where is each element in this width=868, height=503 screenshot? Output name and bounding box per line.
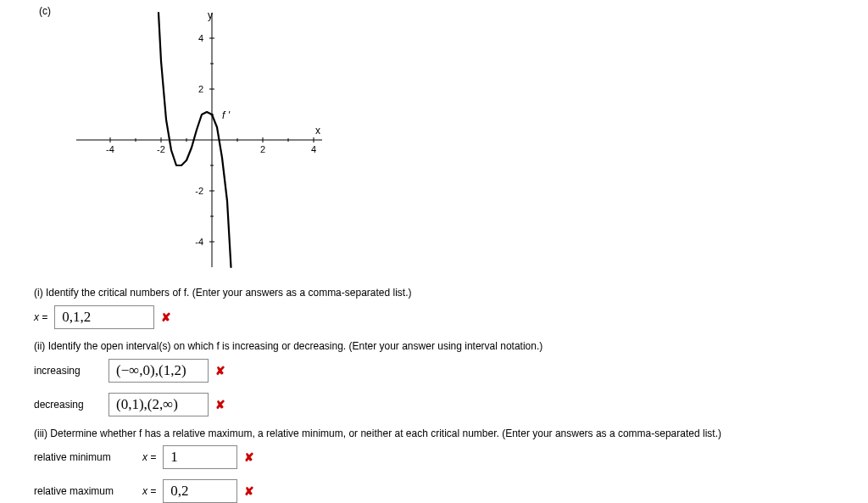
y-tick-neg2: -2 <box>195 186 203 196</box>
part-label: (c) <box>39 5 51 17</box>
x-tick-neg4: -4 <box>106 144 114 154</box>
q1-var-label: x = <box>34 311 47 323</box>
q2-decreasing-label: decreasing <box>34 399 102 411</box>
q1-prompt: (i) Identify the critical numbers of f. … <box>34 286 834 300</box>
q3-max-answer-box[interactable]: 0,2 <box>163 479 237 503</box>
q3-max-wrong-icon: ✘ <box>244 484 254 498</box>
q3-min-wrong-icon: ✘ <box>244 450 254 464</box>
q3-min-answer-box[interactable]: 1 <box>163 445 237 469</box>
q3-min-label: relative minimum <box>34 451 136 463</box>
y-tick-neg4: -4 <box>195 237 203 247</box>
q1-wrong-icon: ✘ <box>161 310 171 324</box>
x-tick-4: 4 <box>311 144 316 154</box>
q3-max-label: relative maximum <box>34 485 136 497</box>
fprime-label: f ' <box>222 109 231 121</box>
x-tick-2: 2 <box>260 144 265 154</box>
q2-decreasing-wrong-icon: ✘ <box>215 398 225 411</box>
q2-increasing-wrong-icon: ✘ <box>215 364 225 377</box>
q3-prompt: (iii) Determine whether f has a relative… <box>34 427 834 441</box>
q2-increasing-answer-box[interactable]: (−∞,0),(1,2) <box>108 359 209 383</box>
x-tick-neg2: -2 <box>157 144 165 154</box>
q1-answer-box[interactable]: 0,1,2 <box>54 305 154 329</box>
y-tick-2: 2 <box>198 84 203 94</box>
q2-increasing-label: increasing <box>34 365 102 377</box>
q3-min-var: x = <box>142 451 156 463</box>
y-tick-4: 4 <box>198 33 203 43</box>
q2-prompt: (ii) Identify the open interval(s) on wh… <box>34 339 834 354</box>
q3-max-var: x = <box>142 485 156 497</box>
y-axis-label: y <box>208 9 213 21</box>
x-axis-label: x <box>315 125 320 137</box>
q2-decreasing-answer-box[interactable]: (0,1),(2,∞) <box>108 393 209 416</box>
derivative-graph: -4 -2 2 4 4 2 -2 -4 y x f ' <box>42 8 834 274</box>
